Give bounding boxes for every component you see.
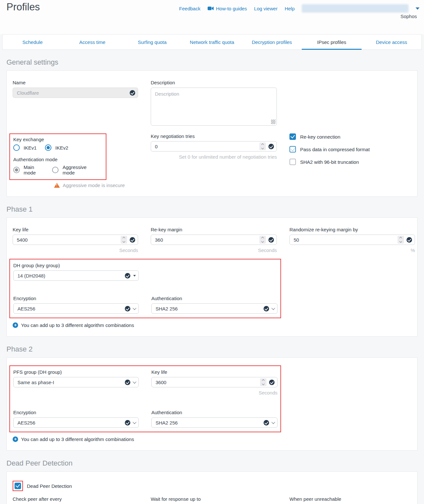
sha2-truncation-checkbox[interactable] (289, 159, 296, 165)
description-input[interactable] (151, 88, 277, 126)
radio-ikev1-label: IKEv1 (24, 145, 37, 151)
p2-key-life-label: Key life (151, 369, 277, 375)
rekey-margin-field[interactable] (151, 235, 277, 245)
dpd-enable-checkbox[interactable] (15, 483, 21, 489)
p2-key-life-input[interactable] (156, 380, 260, 385)
radio-ikev1[interactable] (13, 144, 20, 151)
tab-ipsec-profiles[interactable]: IPsec profiles (302, 35, 362, 49)
compressed-format-label: Pass data in compressed format (300, 147, 370, 152)
add-combination-icon[interactable] (13, 322, 18, 328)
p1-key-life-input[interactable] (17, 237, 121, 243)
p2-add-note: You can add up to 3 different algorithm … (21, 436, 134, 442)
dh-group-select[interactable]: 14 (DH2048) (13, 270, 139, 281)
log-viewer-link[interactable]: Log viewer (254, 6, 278, 11)
description-label: Description (151, 80, 277, 85)
radio-aggressive-mode[interactable] (52, 167, 59, 173)
name-field[interactable] (13, 88, 138, 98)
tab-network-traffic-quota[interactable]: Network traffic quota (182, 35, 242, 49)
tab-device-access[interactable]: Device access (362, 35, 421, 49)
p1-encryption-select[interactable]: AES256 (13, 303, 139, 314)
key-exchange-label: Key exchange (13, 137, 103, 142)
p2-encryption-select[interactable]: AES256 (13, 417, 139, 428)
p2-authentication-label: Authentication (151, 410, 277, 415)
dpd-heading: Dead Peer Detection (6, 459, 424, 467)
chevron-down-icon (133, 420, 136, 424)
key-negotiation-label: Key negotiation tries (151, 133, 277, 139)
tab-decryption-profiles[interactable]: Decryption profiles (242, 35, 302, 49)
phase1-heading: Phase 1 (6, 205, 424, 214)
p1-authentication-select[interactable]: SHA2 256 (151, 303, 277, 314)
rekey-connection-checkbox[interactable] (289, 133, 296, 140)
check-peer-label: Check peer after every (13, 496, 138, 502)
stepper-control[interactable] (397, 236, 404, 244)
auth-mode-label: Authentication mode (13, 157, 103, 162)
p2-key-life-field[interactable] (151, 377, 277, 387)
radio-ikev2[interactable] (45, 144, 51, 151)
help-link[interactable]: Help (285, 6, 295, 11)
p2-authentication-select[interactable]: SHA2 256 (151, 417, 277, 428)
valid-check-icon (407, 237, 412, 243)
key-exchange-annotation-box: Key exchange IKEv1 IKEv2 Authentication … (9, 133, 106, 180)
stepper-control[interactable] (259, 142, 266, 150)
stepper-control[interactable] (260, 378, 266, 386)
page-title: Profiles (6, 1, 40, 13)
p1-key-life-label: Key life (13, 227, 138, 232)
key-negotiation-input[interactable] (155, 144, 259, 149)
p1-authentication-label: Authentication (151, 296, 277, 301)
valid-check-icon (264, 420, 269, 425)
brand-label: Sophos (400, 14, 417, 19)
valid-check-icon (125, 306, 130, 311)
radio-aggressive-mode-label: Aggressive mode (62, 164, 94, 175)
phase1-algorithms-annotation-box: DH group (key group) 14 (DH2048) Encrypt… (9, 259, 281, 318)
feedback-link[interactable]: Feedback (179, 6, 201, 11)
sha2-truncation-label: SHA2 with 96-bit truncation (300, 159, 359, 165)
stepper-control[interactable] (259, 236, 266, 244)
stepper-control[interactable] (121, 236, 127, 244)
randomize-margin-input[interactable] (294, 237, 397, 243)
randomize-margin-label: Randomize re-keying margin by (289, 227, 415, 232)
warning-icon (54, 183, 60, 188)
valid-check-icon (268, 144, 274, 149)
pfs-group-select[interactable]: Same as phase-I (13, 377, 139, 387)
dropdown-caret-icon (133, 275, 136, 277)
valid-check-icon (125, 420, 130, 425)
add-combination-icon[interactable] (13, 436, 18, 442)
howto-guides-link[interactable]: How-to guides (208, 6, 247, 11)
account-menu[interactable] (302, 4, 408, 13)
phase1-card: Key life Seconds Re-key margin Seconds R… (6, 217, 418, 337)
aggressive-mode-warning: Aggressive mode is insecure (63, 183, 125, 188)
p1-key-life-field[interactable] (13, 235, 138, 245)
wait-response-label: Wait for response up to (151, 496, 277, 502)
dh-group-label: DH group (key group) (13, 263, 139, 268)
key-negotiation-field[interactable] (151, 141, 277, 152)
chevron-down-icon (271, 306, 275, 310)
rekey-margin-label: Re-key margin (151, 227, 277, 232)
name-input[interactable] (17, 90, 130, 96)
compressed-format-checkbox[interactable] (289, 146, 296, 152)
chevron-down-icon[interactable] (416, 7, 419, 10)
p1-key-life-unit: Seconds (13, 247, 138, 253)
tab-schedule[interactable]: Schedule (3, 35, 62, 49)
name-label: Name (13, 80, 138, 85)
chevron-down-icon (133, 306, 136, 310)
valid-check-icon (130, 237, 135, 243)
valid-check-icon (264, 306, 269, 311)
rekey-margin-input[interactable] (155, 237, 259, 243)
tab-surfing-quota[interactable]: Surfing quota (122, 35, 182, 49)
dpd-checkbox-annotation-box (13, 481, 23, 491)
chevron-down-icon (271, 420, 275, 424)
p1-add-note: You can add up to 3 different algorithm … (21, 322, 134, 328)
valid-check-icon (125, 273, 130, 278)
resize-grip-icon[interactable] (271, 120, 276, 124)
general-settings-heading: General settings (6, 58, 424, 67)
randomize-margin-field[interactable] (289, 235, 415, 245)
tab-access-time[interactable]: Access time (62, 35, 122, 49)
general-settings-card: Name Description Key exchange IKEv1 (6, 70, 418, 197)
rekey-margin-unit: Seconds (151, 247, 277, 253)
p1-encryption-label: Encryption (13, 296, 139, 301)
radio-main-mode-label: Main mode (24, 164, 44, 175)
valid-check-icon (130, 90, 135, 96)
p2-encryption-label: Encryption (13, 410, 139, 415)
phase2-algorithms-annotation-box: PFS group (DH group) Same as phase-I Key… (9, 365, 281, 432)
radio-main-mode[interactable] (13, 167, 20, 173)
